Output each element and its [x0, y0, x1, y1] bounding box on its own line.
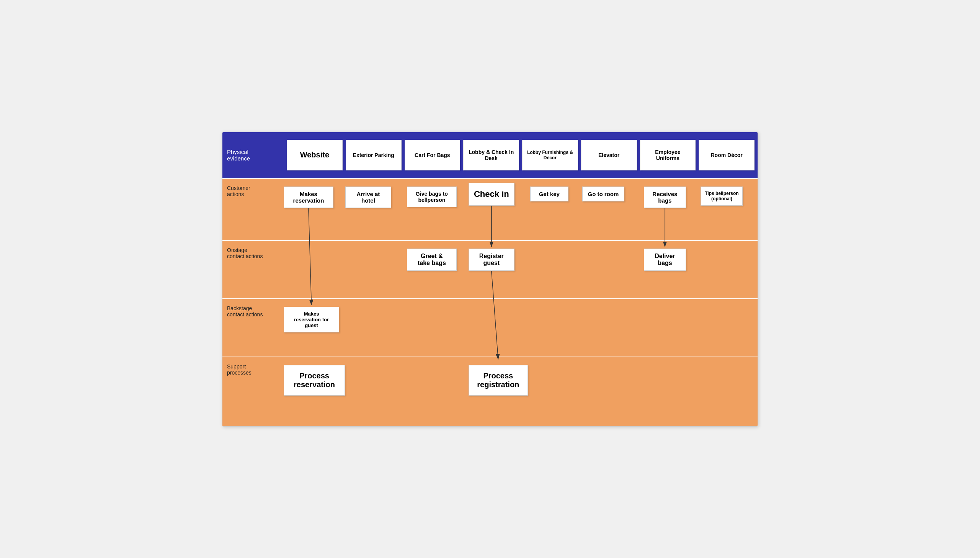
evidence-card-cart: Cart For Bags	[405, 140, 461, 171]
customer-actions-content: Makesreservation Arrive athotel Give bag…	[284, 179, 757, 240]
action-register-guest: Registerguest	[469, 249, 514, 271]
customer-actions-label: Customeractions	[223, 179, 284, 240]
evidence-label: Physicalevidence	[223, 132, 284, 178]
backstage-label: Backstagecontact actions	[223, 299, 284, 356]
onstage-label: Onstagecontact actions	[223, 241, 284, 298]
action-deliver-bags: Deliverbags	[644, 249, 686, 271]
customer-actions-row: Customeractions Makesreservation Arrive …	[223, 178, 757, 240]
service-blueprint: Physicalevidence Website Exterior Parkin…	[222, 132, 758, 427]
evidence-cards: Website Exterior Parking Cart For Bags L…	[284, 132, 757, 178]
action-process-registration: Processregistration	[469, 365, 528, 396]
support-content: Processreservation Processregistration	[284, 357, 757, 426]
action-arrive-hotel: Arrive athotel	[345, 187, 391, 208]
action-receives-bags: Receivesbags	[644, 187, 686, 208]
onstage-row: Onstagecontact actions Greet &take bags …	[223, 240, 757, 298]
evidence-card-parking: Exterior Parking	[346, 140, 402, 171]
evidence-card-room-decor: Room Décor	[699, 140, 754, 171]
backstage-content: Makesreservation forguest	[284, 299, 757, 356]
action-makes-reservation: Makesreservation	[284, 187, 334, 208]
action-check-in: Check in	[469, 183, 514, 206]
onstage-content: Greet &take bags Registerguest Deliverba…	[284, 241, 757, 298]
evidence-card-uniforms: Employee Uniforms	[640, 140, 696, 171]
evidence-card-website: Website	[287, 140, 343, 171]
support-row: Supportprocesses Processreservation Proc…	[223, 356, 757, 426]
evidence-card-lobby-desk: Lobby & Check In Desk	[463, 140, 519, 171]
evidence-card-lobby-furnish: Lobby Furnishings & Décor	[522, 140, 578, 171]
action-process-reservation: Processreservation	[284, 365, 345, 396]
action-give-bags: Give bags tobellperson	[407, 187, 457, 207]
evidence-card-elevator: Elevator	[581, 140, 637, 171]
action-tips: Tips bellperson(optional)	[700, 187, 743, 206]
action-makes-reservation-guest: Makesreservation forguest	[284, 307, 339, 332]
action-get-key: Get key	[530, 187, 568, 202]
action-greet-bags: Greet &take bags	[407, 249, 457, 271]
support-label: Supportprocesses	[223, 357, 284, 426]
evidence-row: Physicalevidence Website Exterior Parkin…	[223, 132, 757, 178]
backstage-row: Backstagecontact actions Makesreservatio…	[223, 298, 757, 356]
action-go-to-room: Go to room	[582, 187, 624, 202]
